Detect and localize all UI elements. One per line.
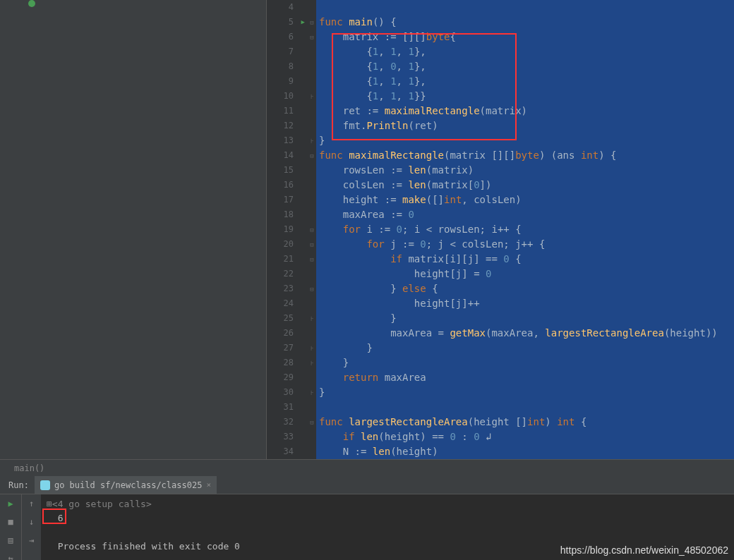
- code-line[interactable]: maxArea = getMax(maxArea, largestRectang…: [319, 326, 734, 341]
- line-number[interactable]: 11: [267, 104, 308, 118]
- line-number[interactable]: 13: [267, 133, 308, 148]
- fold-toggle-icon: [308, 104, 316, 118]
- code-line[interactable]: func main() {: [319, 15, 734, 30]
- fold-toggle-icon[interactable]: ⊦: [308, 89, 316, 104]
- line-number[interactable]: 9: [267, 74, 308, 89]
- fold-toggle-icon[interactable]: ⊦: [308, 341, 316, 355]
- code-line[interactable]: {1, 1, 1},: [319, 74, 734, 89]
- line-number[interactable]: 19: [267, 222, 308, 237]
- line-number[interactable]: 20: [267, 237, 308, 252]
- rerun-icon[interactable]: ▶: [4, 497, 17, 510]
- down-icon[interactable]: ↓: [25, 516, 38, 528]
- code-line[interactable]: return maxArea: [319, 370, 734, 385]
- line-number[interactable]: 18: [267, 207, 308, 222]
- status-dot-icon: [28, 0, 35, 7]
- layout-icon[interactable]: ▤: [4, 534, 17, 547]
- code-line[interactable]: N := len(height): [319, 444, 734, 459]
- code-line[interactable]: }: [319, 385, 734, 400]
- fold-toggle-icon[interactable]: ⊟: [308, 222, 316, 237]
- fold-toggle-icon: [308, 430, 316, 444]
- line-number[interactable]: 31: [267, 400, 308, 415]
- code-line[interactable]: {1, 1, 1},: [319, 44, 734, 59]
- code-line[interactable]: }: [319, 341, 734, 355]
- code-line[interactable]: for i := 0; i < rowsLen; i++ {: [319, 222, 734, 237]
- fold-toggle-icon: [308, 59, 316, 74]
- code-line[interactable]: {1, 0, 1},: [319, 59, 734, 74]
- stop-icon[interactable]: ■: [4, 516, 17, 528]
- line-number[interactable]: 28: [267, 355, 308, 370]
- wrap-icon[interactable]: ⇥: [25, 534, 38, 547]
- line-number[interactable]: 21: [267, 252, 308, 267]
- code-line[interactable]: height[j]++: [319, 296, 734, 311]
- code-line[interactable]: {1, 1, 1}}: [319, 89, 734, 104]
- run-tab[interactable]: go build sf/newclass/class025 ×: [35, 476, 217, 494]
- line-number[interactable]: 10: [267, 89, 308, 104]
- fold-toggle-icon[interactable]: ⊦: [308, 385, 316, 400]
- line-number[interactable]: 17: [267, 193, 308, 207]
- line-number[interactable]: 8: [267, 59, 308, 74]
- code-line[interactable]: colsLen := len(matrix[0]): [319, 178, 734, 193]
- console-line: 6: [47, 511, 728, 525]
- line-number[interactable]: 27: [267, 341, 308, 355]
- fold-toggle-icon[interactable]: ⊟: [308, 148, 316, 163]
- more-icon[interactable]: ⇆: [4, 552, 17, 560]
- line-number[interactable]: 23: [267, 281, 308, 296]
- fold-toggle-icon[interactable]: ⊦: [308, 311, 316, 326]
- code-line[interactable]: func maximalRectangle(matrix [][]byte) (…: [319, 148, 734, 163]
- code-area[interactable]: func main() { matrix := [][]byte{ {1, 1,…: [316, 0, 734, 459]
- line-number[interactable]: 24: [267, 296, 308, 311]
- code-line[interactable]: } else {: [319, 281, 734, 296]
- code-line[interactable]: matrix := [][]byte{: [319, 30, 734, 44]
- line-number[interactable]: 14: [267, 148, 308, 163]
- code-line[interactable]: rowsLen := len(matrix): [319, 163, 734, 178]
- line-number[interactable]: 22: [267, 267, 308, 281]
- fold-toggle-icon: [308, 44, 316, 59]
- project-panel: [0, 0, 267, 459]
- line-number[interactable]: 4: [267, 0, 308, 15]
- line-number[interactable]: 7: [267, 44, 308, 59]
- line-number[interactable]: 6: [267, 30, 308, 44]
- run-label: Run:: [0, 480, 35, 490]
- line-number[interactable]: 26: [267, 326, 308, 341]
- fold-toggle-icon[interactable]: ⊟: [308, 281, 316, 296]
- code-line[interactable]: [319, 400, 734, 415]
- code-line[interactable]: func largestRectangleArea(height []int) …: [319, 415, 734, 430]
- code-line[interactable]: }: [319, 311, 734, 326]
- code-line[interactable]: if matrix[i][j] == 0 {: [319, 252, 734, 267]
- line-number[interactable]: 30: [267, 385, 308, 400]
- fold-toggle-icon: [308, 296, 316, 311]
- fold-toggle-icon[interactable]: ⊟: [308, 237, 316, 252]
- line-number[interactable]: 34: [267, 444, 308, 459]
- code-line[interactable]: [319, 0, 734, 15]
- close-icon[interactable]: ×: [206, 480, 211, 489]
- code-line[interactable]: height := make([]int, colsLen): [319, 193, 734, 207]
- line-number[interactable]: 16: [267, 178, 308, 193]
- line-number[interactable]: 32: [267, 415, 308, 430]
- fold-toggle-icon[interactable]: ⊟: [308, 30, 316, 44]
- code-line[interactable]: fmt.Println(ret): [319, 118, 734, 133]
- fold-toggle-icon: [308, 193, 316, 207]
- line-number[interactable]: 29: [267, 370, 308, 385]
- fold-toggle-icon[interactable]: ⊟: [308, 415, 316, 430]
- up-icon[interactable]: ↑: [25, 497, 38, 510]
- code-line[interactable]: if len(height) == 0 : 0 ↲: [319, 430, 734, 444]
- line-number[interactable]: 5: [267, 15, 308, 30]
- code-editor[interactable]: 4567891011121314151617181920212223242526…: [267, 0, 734, 459]
- line-number[interactable]: 33: [267, 430, 308, 444]
- line-number[interactable]: 12: [267, 118, 308, 133]
- fold-toggle-icon[interactable]: ⊟: [308, 15, 316, 30]
- fold-toggle-icon[interactable]: ⊦: [308, 133, 316, 148]
- code-line[interactable]: ret := maximalRectangle(matrix): [319, 104, 734, 118]
- line-number[interactable]: 15: [267, 163, 308, 178]
- code-line[interactable]: height[j] = 0: [319, 267, 734, 281]
- breadcrumb[interactable]: main(): [0, 459, 734, 476]
- code-line[interactable]: }: [319, 133, 734, 148]
- fold-column[interactable]: ⊟⊟⊦⊦⊟⊟⊟⊟⊟⊦⊦⊦⊦⊟: [308, 0, 316, 459]
- code-line[interactable]: }: [319, 355, 734, 370]
- line-gutter[interactable]: 4567891011121314151617181920212223242526…: [267, 0, 308, 459]
- code-line[interactable]: for j := 0; j < colsLen; j++ {: [319, 237, 734, 252]
- fold-toggle-icon[interactable]: ⊦: [308, 355, 316, 370]
- code-line[interactable]: maxArea := 0: [319, 207, 734, 222]
- fold-toggle-icon[interactable]: ⊟: [308, 252, 316, 267]
- line-number[interactable]: 25: [267, 311, 308, 326]
